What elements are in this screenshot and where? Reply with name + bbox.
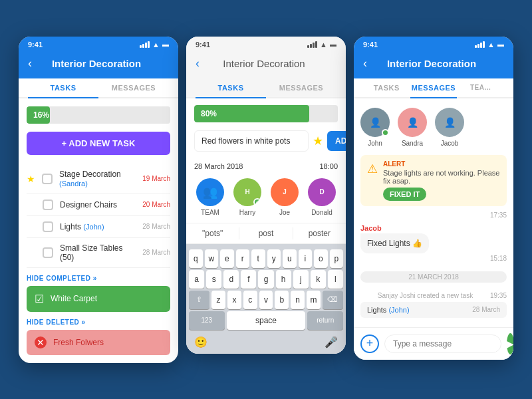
tab-messages-1[interactable]: MESSAGES	[98, 78, 169, 97]
phone3-status-bar: 9:41 ▲ ▬	[354, 37, 513, 51]
key-u[interactable]: u	[283, 249, 297, 268]
shift-key[interactable]: ⇧	[189, 291, 209, 309]
battery-icon: ▬	[330, 41, 336, 48]
avatar-team[interactable]: 👥 TEAM	[196, 178, 224, 216]
hide-completed-label[interactable]: HIDE COMPLETED »	[27, 275, 170, 282]
keyboard-row-4: 123 space return	[189, 311, 343, 330]
back-button[interactable]: ‹	[196, 57, 200, 70]
alert-label: ALERT	[383, 160, 500, 168]
phone3-time: 9:41	[363, 41, 378, 49]
key-q[interactable]: q	[189, 249, 203, 268]
sandra-avatar: 👤	[398, 108, 427, 137]
keyboard: q w e r t y u i o p a s d f g h j k l	[186, 244, 346, 354]
back-button[interactable]: ‹	[28, 57, 32, 70]
task-checkbox[interactable]	[43, 221, 53, 232]
keyboard-row-1: q w e r t y u i o p	[189, 249, 343, 268]
key-x[interactable]: x	[227, 291, 241, 309]
phone3-title: Interior Decoration	[372, 58, 491, 69]
key-g[interactable]: g	[258, 270, 273, 289]
contact-jacob[interactable]: 👤 Jacob	[435, 108, 464, 147]
avatar-donald[interactable]: D Donald	[308, 178, 336, 216]
task-checkbox[interactable]	[43, 247, 53, 258]
phone2-header: ‹ Interior Decoration	[186, 51, 346, 78]
message-sender: Jacob	[360, 224, 507, 232]
task-text: Designer Chairs	[60, 200, 136, 209]
return-key[interactable]: return	[307, 311, 343, 330]
suggestion-poster[interactable]: poster	[293, 227, 346, 239]
message-input[interactable]	[384, 334, 501, 353]
key-p[interactable]: p	[330, 249, 344, 268]
key-n[interactable]: n	[291, 291, 305, 309]
battery-icon: ▬	[497, 41, 504, 48]
key-i[interactable]: i	[299, 249, 313, 268]
jacob-avatar: 👤	[435, 108, 464, 137]
tab-tasks-2[interactable]: TASKS	[196, 78, 266, 98]
tab-tasks-3[interactable]: TASKS	[363, 78, 410, 97]
avatar-harry[interactable]: H ✓ Harry	[233, 178, 261, 216]
star-icon: ★	[27, 174, 35, 184]
key-f[interactable]: f	[241, 270, 256, 289]
key-t[interactable]: t	[251, 249, 265, 268]
key-e[interactable]: e	[220, 249, 234, 268]
key-w[interactable]: w	[205, 249, 219, 268]
add-button[interactable]: ADD	[327, 131, 346, 151]
contact-john[interactable]: 👤 John	[360, 108, 390, 147]
online-dot	[382, 129, 389, 136]
key-z[interactable]: z	[211, 291, 225, 309]
plus-button[interactable]: +	[360, 334, 379, 353]
phone-3: 9:41 ▲ ▬ ‹ Interior Decoration TASKS MES…	[354, 37, 513, 360]
key-r[interactable]: r	[236, 249, 250, 268]
key-d[interactable]: d	[223, 270, 239, 289]
mic-button[interactable]: 🎤	[325, 336, 338, 348]
task-checkbox[interactable]	[43, 200, 53, 210]
delete-key[interactable]: ⌫	[323, 291, 343, 309]
key-y[interactable]: y	[267, 249, 281, 268]
star-button[interactable]: ★	[313, 134, 323, 148]
task-chip-text: Lights (John)	[367, 306, 410, 314]
alert-icon: ⚠	[367, 162, 378, 176]
tab-messages-3[interactable]: MESSAGES	[410, 78, 458, 98]
key-m[interactable]: m	[307, 291, 321, 309]
fixed-it-button[interactable]: FIXED IT	[383, 188, 426, 201]
task-item-lights: Lights (John) 28 March	[27, 216, 170, 238]
phone1-progress-container: 16%	[27, 106, 170, 124]
signal-icon	[140, 41, 150, 48]
battery-icon: ▬	[162, 41, 169, 48]
search-input[interactable]	[194, 130, 309, 152]
phone3-tabs: TASKS MESSAGES TEA...	[354, 78, 513, 98]
numbers-key[interactable]: 123	[189, 311, 225, 330]
tab-messages-2[interactable]: MESSAGES	[266, 78, 336, 97]
task-checkbox[interactable]	[42, 174, 53, 184]
date-divider: 21 MARCH 2018	[360, 271, 507, 283]
add-task-button[interactable]: + ADD NEW TASK	[27, 132, 170, 155]
suggestion-post[interactable]: post	[239, 227, 293, 239]
key-c[interactable]: c	[243, 291, 257, 309]
task-item-stage: ★ Stage Decoration (Sandra) 19 March	[27, 164, 170, 194]
key-l[interactable]: l	[328, 270, 343, 289]
key-v[interactable]: v	[259, 291, 273, 309]
suggestion-pots[interactable]: "pots"	[186, 227, 239, 239]
contact-sandra[interactable]: 👤 Sandra	[398, 108, 427, 147]
avatar-joe[interactable]: J Joe	[271, 178, 299, 216]
back-button[interactable]: ‹	[363, 57, 367, 70]
send-button[interactable]: ▶	[507, 333, 513, 354]
key-j[interactable]: j	[293, 270, 309, 289]
emoji-button[interactable]: 🙂	[194, 336, 207, 348]
tab-team-3[interactable]: TEA...	[457, 78, 504, 97]
hide-deleted-label[interactable]: HIDE DELETED »	[27, 319, 170, 326]
key-o[interactable]: o	[314, 249, 328, 268]
keyboard-row-3: ⇧ z x c v b n m ⌫	[189, 291, 343, 309]
phone2-tabs: TASKS MESSAGES	[186, 78, 346, 98]
key-a[interactable]: a	[189, 270, 204, 289]
alert-time: 17:35	[360, 211, 507, 219]
phone3-header: ‹ Interior Decoration	[354, 51, 513, 78]
key-k[interactable]: k	[311, 270, 326, 289]
space-key[interactable]: space	[227, 311, 306, 330]
emoji-mic-row: 🙂 🎤	[189, 332, 343, 351]
alert-text: Stage lights are not working. Please fix…	[383, 169, 500, 185]
tab-tasks-1[interactable]: TASKS	[28, 78, 98, 98]
phone1-progress-bar: 16%	[27, 106, 50, 124]
key-s[interactable]: s	[206, 270, 221, 289]
key-b[interactable]: b	[275, 291, 289, 309]
key-h[interactable]: h	[276, 270, 291, 289]
